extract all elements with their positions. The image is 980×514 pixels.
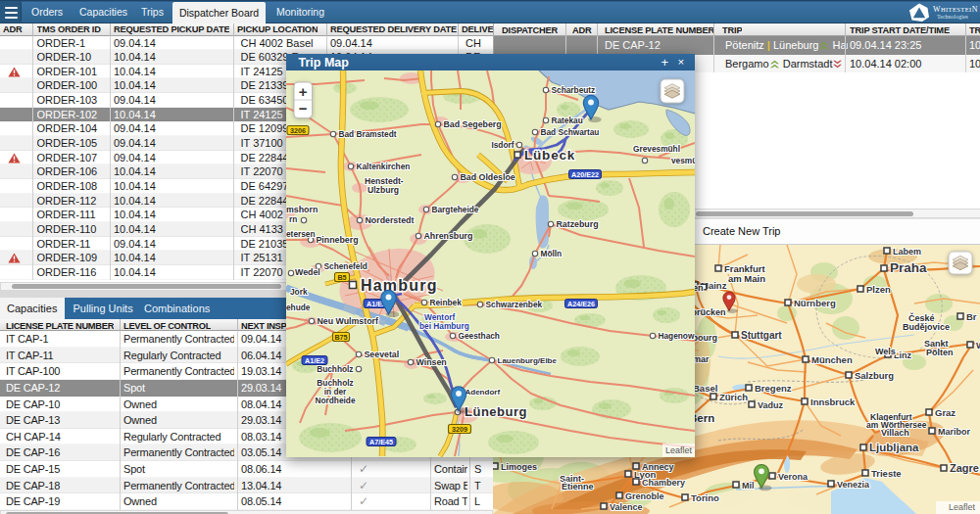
svg-text:Plzen: Plzen bbox=[866, 284, 891, 295]
svg-text:Leaflet: Leaflet bbox=[664, 445, 692, 455]
svg-text:Wels: Wels bbox=[875, 347, 896, 356]
svg-text:Lauenburg/Elbe: Lauenburg/Elbe bbox=[497, 356, 557, 365]
svg-text:Ljubljana: Ljubljana bbox=[869, 442, 919, 453]
svg-text:Graz: Graz bbox=[935, 407, 956, 418]
svg-text:Chambery: Chambery bbox=[642, 478, 685, 488]
svg-text:Ulzburg: Ulzburg bbox=[368, 185, 399, 195]
svg-text:Wedel: Wedel bbox=[295, 267, 320, 277]
svg-text:Maribor: Maribor bbox=[938, 427, 971, 437]
svg-text:B5: B5 bbox=[337, 273, 346, 282]
svg-text:Br: Br bbox=[966, 311, 977, 322]
svg-text:Grevesmühl: Grevesmühl bbox=[633, 144, 680, 154]
svg-text:Hamburg: Hamburg bbox=[361, 277, 438, 294]
svg-text:Bad Bramstedt: Bad Bramstedt bbox=[338, 129, 396, 139]
svg-text:Geesthach: Geesthach bbox=[458, 331, 499, 341]
svg-text:Limoges: Limoges bbox=[501, 462, 537, 472]
svg-text:rn: rn bbox=[289, 214, 297, 224]
svg-text:Leaflet: Leaflet bbox=[949, 502, 976, 512]
svg-text:Nürnberg: Nürnberg bbox=[794, 298, 836, 308]
svg-text:Labem: Labem bbox=[893, 247, 921, 257]
svg-text:Bad Segeberg: Bad Segeberg bbox=[443, 119, 501, 129]
svg-text:+: + bbox=[298, 83, 307, 100]
svg-text:Praha: Praha bbox=[890, 260, 927, 275]
svg-text:Neu Wulmstorf: Neu Wulmstorf bbox=[317, 316, 377, 326]
svg-text:Schenefeld: Schenefeld bbox=[323, 261, 367, 271]
svg-text:Wi: Wi bbox=[976, 340, 980, 350]
svg-text:Kaltenkirchen: Kaltenkirchen bbox=[356, 162, 410, 171]
svg-text:Trieste: Trieste bbox=[871, 468, 902, 479]
svg-text:ehude: ehude bbox=[286, 303, 311, 312]
svg-text:Valence: Valence bbox=[610, 502, 643, 512]
svg-text:Bad Oldesloe: Bad Oldesloe bbox=[460, 172, 514, 182]
svg-text:Ratzeburg: Ratzeburg bbox=[556, 219, 598, 229]
svg-text:Étienne: Étienne bbox=[562, 482, 594, 491]
svg-text:Linz: Linz bbox=[894, 350, 911, 360]
svg-text:Verona: Verona bbox=[778, 472, 808, 482]
svg-text:Salzburg: Salzburg bbox=[855, 370, 894, 381]
svg-text:Basel: Basel bbox=[693, 383, 717, 394]
svg-text:Buchholz: Buchholz bbox=[317, 364, 353, 374]
svg-text:A20/E22: A20/E22 bbox=[571, 170, 599, 179]
svg-text:Adendorf: Adendorf bbox=[465, 388, 500, 397]
svg-text:Venezia: Venezia bbox=[837, 480, 870, 490]
svg-text:Bad Schwartau: Bad Schwartau bbox=[540, 127, 599, 137]
svg-text:Bregenz: Bregenz bbox=[755, 383, 792, 394]
svg-text:Stuttgart: Stuttgart bbox=[741, 330, 782, 341]
svg-text:München: München bbox=[811, 354, 853, 365]
svg-text:mshorn: mshorn bbox=[286, 205, 318, 214]
svg-text:Reinbek: Reinbek bbox=[429, 298, 462, 307]
svg-text:Bargteheide: Bargteheide bbox=[431, 205, 478, 214]
svg-text:Mil: Mil bbox=[742, 481, 755, 491]
svg-text:etersen: etersen bbox=[286, 229, 316, 239]
svg-text:Ratekau: Ratekau bbox=[551, 116, 582, 125]
svg-text:Jork: Jork bbox=[290, 287, 308, 297]
svg-text:Innsbruck: Innsbruck bbox=[810, 397, 856, 407]
svg-text:Schwarzenbek: Schwarzenbek bbox=[485, 300, 542, 309]
svg-text:Pölten: Pölten bbox=[926, 348, 954, 357]
svg-text:Seevetal: Seevetal bbox=[364, 350, 399, 359]
svg-text:Isdorf: Isdorf bbox=[491, 140, 514, 150]
svg-text:am Main: am Main bbox=[728, 273, 765, 284]
svg-text:A24/E26: A24/E26 bbox=[567, 300, 595, 308]
svg-text:3209: 3209 bbox=[452, 425, 467, 434]
svg-text:Mölln: Mölln bbox=[540, 249, 562, 258]
svg-text:Grenoble: Grenoble bbox=[625, 491, 664, 501]
svg-text:−: − bbox=[298, 100, 307, 117]
svg-text:A7/E45: A7/E45 bbox=[369, 438, 393, 446]
svg-text:Villach: Villach bbox=[881, 428, 909, 438]
svg-text:bei Hamburg: bei Hamburg bbox=[419, 321, 469, 331]
svg-text:Torino: Torino bbox=[691, 492, 719, 503]
svg-text:Annecy: Annecy bbox=[642, 462, 674, 472]
svg-text:Zagre: Zagre bbox=[950, 462, 979, 474]
svg-text:Zürich: Zürich bbox=[719, 392, 748, 402]
svg-text:Pinneberg: Pinneberg bbox=[316, 235, 358, 245]
svg-text:Winsen: Winsen bbox=[416, 357, 446, 367]
svg-text:Lübeck: Lübeck bbox=[524, 148, 575, 163]
svg-text:3206: 3206 bbox=[290, 126, 306, 135]
svg-text:Lüneburg: Lüneburg bbox=[465, 404, 527, 419]
svg-text:vesmül: vesmül bbox=[671, 156, 696, 165]
svg-text:Nordheide: Nordheide bbox=[315, 396, 355, 405]
svg-text:Hagenow: Hagenow bbox=[658, 331, 694, 341]
svg-text:Budějovice: Budějovice bbox=[903, 322, 950, 332]
svg-text:Scharbeutz: Scharbeutz bbox=[551, 85, 595, 95]
svg-text:Ahrensburg: Ahrensburg bbox=[423, 231, 472, 241]
svg-text:Norderstedt: Norderstedt bbox=[365, 215, 414, 225]
svg-text:Vaduz: Vaduz bbox=[758, 400, 784, 410]
svg-text:B75: B75 bbox=[334, 333, 347, 342]
